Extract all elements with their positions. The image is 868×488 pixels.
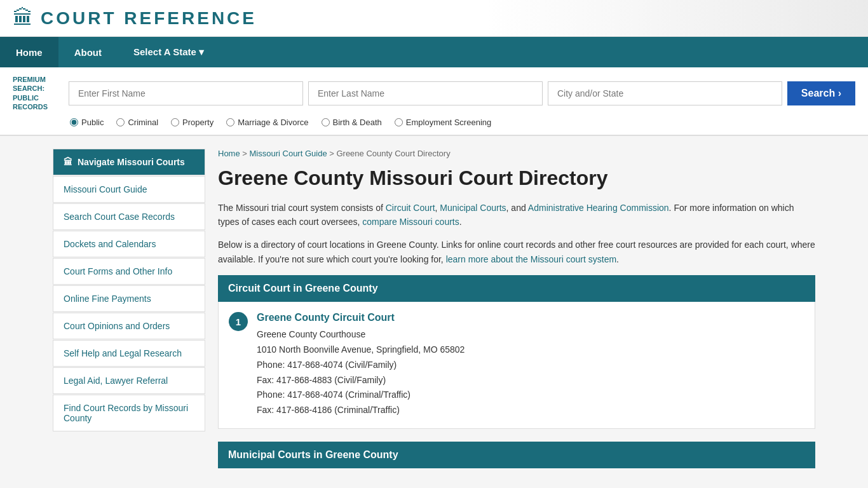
main-content: Home > Missouri Court Guide > Greene Cou… bbox=[218, 149, 815, 468]
header-background bbox=[487, 0, 868, 36]
breadcrumb-guide[interactable]: Missouri Court Guide bbox=[250, 149, 327, 158]
court-phone2-1: Phone: 417-868-4074 (Criminal/Traffic) bbox=[257, 388, 804, 403]
search-radio-group: Public Criminal Property Marriage & Divo… bbox=[13, 118, 855, 127]
radio-public[interactable]: Public bbox=[70, 118, 104, 127]
sidebar-item-dockets[interactable]: Dockets and Calendars bbox=[53, 231, 205, 257]
court-icon: 🏛 bbox=[64, 157, 72, 167]
sidebar-item-find-records[interactable]: Find Court Records by Missouri County bbox=[53, 395, 205, 431]
radio-criminal[interactable]: Criminal bbox=[116, 118, 158, 127]
search-bar-top: PREMIUM SEARCH: PUBLIC RECORDS Search › bbox=[13, 75, 855, 111]
search-inputs bbox=[69, 81, 782, 105]
court-fax2-1: Fax: 417-868-4186 (Criminal/Traffic) bbox=[257, 403, 804, 418]
link-compare-courts[interactable]: compare Missouri courts bbox=[362, 217, 459, 227]
link-circuit-court[interactable]: Circuit Court bbox=[386, 203, 435, 213]
circuit-section-header: Circuit Court in Greene County bbox=[218, 275, 815, 302]
court-number-1: 1 bbox=[229, 312, 248, 331]
page-title: Greene County Missouri Court Directory bbox=[218, 166, 815, 190]
main-nav: Home About Select A State ▾ bbox=[0, 37, 868, 67]
sidebar-item-legal-aid[interactable]: Legal Aid, Lawyer Referral bbox=[53, 367, 205, 394]
link-admin-hearing[interactable]: Administrative Hearing Commission bbox=[528, 203, 669, 213]
first-name-input[interactable] bbox=[69, 81, 303, 105]
premium-label: PREMIUM SEARCH: PUBLIC RECORDS bbox=[13, 75, 64, 111]
court-address-1: 1010 North Boonville Avenue, Springfield… bbox=[257, 342, 804, 358]
radio-property[interactable]: Property bbox=[171, 118, 214, 127]
intro-paragraph-2: Below is a directory of court locations … bbox=[218, 238, 815, 266]
nav-about[interactable]: About bbox=[58, 37, 118, 67]
search-button[interactable]: Search › bbox=[787, 81, 855, 105]
intro-paragraph-1: The Missouri trial court system consists… bbox=[218, 201, 815, 229]
court-phone1-1: Phone: 417-868-4074 (Civil/Family) bbox=[257, 358, 804, 373]
breadcrumb-home[interactable]: Home bbox=[218, 149, 240, 158]
logo-text: COURT REFERENCE bbox=[41, 8, 257, 29]
sidebar-item-case-records[interactable]: Search Court Case Records bbox=[53, 203, 205, 230]
nav-home[interactable]: Home bbox=[0, 37, 58, 67]
last-name-input[interactable] bbox=[308, 81, 543, 105]
sidebar-item-fine-payments[interactable]: Online Fine Payments bbox=[53, 285, 205, 312]
court-name-1[interactable]: Greene County Circuit Court bbox=[257, 312, 804, 323]
breadcrumb-current: Greene County Court Directory bbox=[336, 149, 450, 158]
link-learn-more[interactable]: learn more about the Missouri court syst… bbox=[446, 254, 616, 264]
sidebar-item-opinions[interactable]: Court Opinions and Orders bbox=[53, 313, 205, 339]
court-entry-1: 1 Greene County Circuit Court Greene Cou… bbox=[218, 302, 815, 429]
site-header: 🏛 COURT REFERENCE bbox=[0, 0, 868, 37]
breadcrumb: Home > Missouri Court Guide > Greene Cou… bbox=[218, 149, 815, 158]
radio-employment[interactable]: Employment Screening bbox=[395, 118, 491, 127]
radio-marriage-divorce[interactable]: Marriage & Divorce bbox=[226, 118, 308, 127]
main-layout: 🏛 Navigate Missouri Courts Missouri Cour… bbox=[40, 136, 828, 481]
sidebar-item-navigate[interactable]: 🏛 Navigate Missouri Courts bbox=[53, 149, 205, 175]
municipal-section-header: Municipal Courts in Greene County bbox=[218, 442, 815, 468]
sidebar: 🏛 Navigate Missouri Courts Missouri Cour… bbox=[53, 149, 205, 468]
sidebar-item-forms[interactable]: Court Forms and Other Info bbox=[53, 258, 205, 285]
radio-birth-death[interactable]: Birth & Death bbox=[322, 118, 382, 127]
city-state-input[interactable] bbox=[548, 81, 782, 105]
search-bar: PREMIUM SEARCH: PUBLIC RECORDS Search › … bbox=[0, 67, 868, 136]
sidebar-item-self-help[interactable]: Self Help and Legal Research bbox=[53, 340, 205, 367]
court-building-1: Greene County Courthouse bbox=[257, 327, 804, 342]
sidebar-item-court-guide[interactable]: Missouri Court Guide bbox=[53, 176, 205, 203]
nav-select-state[interactable]: Select A State ▾ bbox=[118, 37, 220, 67]
logo[interactable]: 🏛 COURT REFERENCE bbox=[13, 6, 257, 30]
court-fax1-1: Fax: 417-868-4883 (Civil/Family) bbox=[257, 373, 804, 388]
logo-icon: 🏛 bbox=[13, 6, 33, 30]
link-municipal-courts[interactable]: Municipal Courts bbox=[440, 203, 506, 213]
